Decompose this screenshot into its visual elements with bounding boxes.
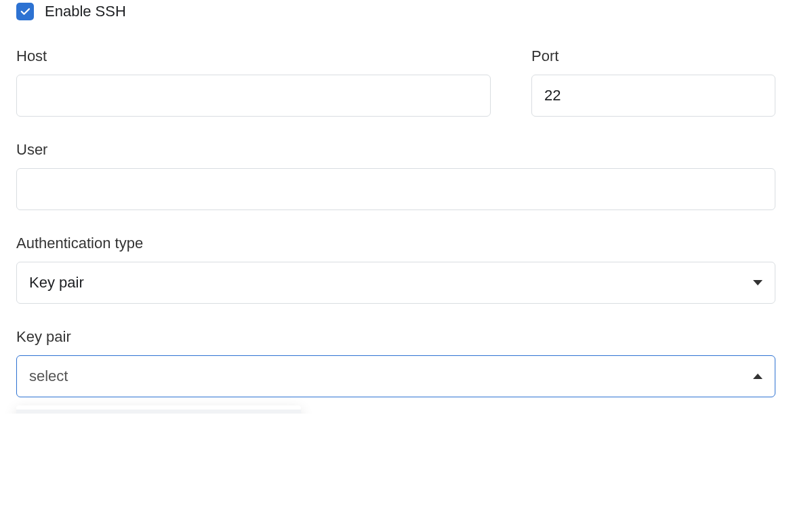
host-port-row: Host Port — [16, 47, 796, 117]
enable-ssh-label: Enable SSH — [45, 3, 126, 20]
key-pair-select[interactable]: select — [16, 355, 775, 397]
enable-ssh-row: Enable SSH — [16, 0, 796, 20]
host-input[interactable] — [16, 75, 491, 117]
auth-type-select[interactable]: Key pair — [16, 262, 775, 304]
auth-type-label: Authentication type — [16, 235, 775, 252]
key-pair-label: Key pair — [16, 328, 775, 346]
auth-type-field: Authentication type Key pair — [16, 235, 775, 304]
user-field: User — [16, 141, 775, 210]
key-pair-option[interactable]: SSH Key 1 — [16, 410, 301, 414]
chevron-down-icon — [753, 280, 763, 285]
user-label: User — [16, 141, 775, 159]
port-input[interactable] — [531, 75, 775, 117]
key-pair-placeholder: select — [29, 367, 753, 385]
enable-ssh-checkbox[interactable] — [16, 3, 34, 20]
ssh-config-form: Enable SSH Host Port User Authentication… — [0, 0, 812, 414]
chevron-up-icon — [753, 374, 763, 379]
user-input[interactable] — [16, 168, 775, 210]
host-field: Host — [16, 47, 491, 117]
key-pair-dropdown-wrap: select SSH Key 1 SSH Key 2 — [16, 355, 775, 397]
check-icon — [19, 5, 31, 18]
port-field: Port — [531, 47, 775, 117]
key-pair-field: Key pair select SSH Key 1 SSH Key 2 — [16, 328, 775, 397]
key-pair-dropdown-menu: SSH Key 1 SSH Key 2 — [16, 405, 301, 414]
host-label: Host — [16, 47, 491, 65]
port-label: Port — [531, 47, 775, 65]
auth-type-value: Key pair — [29, 274, 753, 292]
